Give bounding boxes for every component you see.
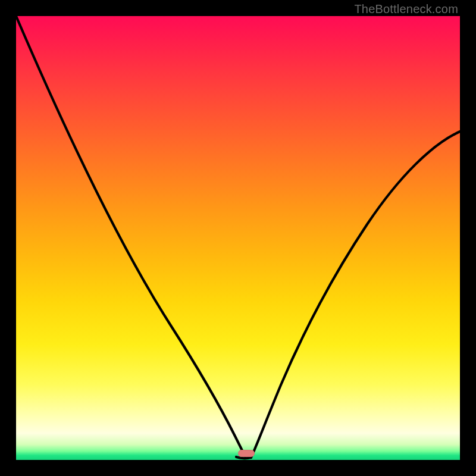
curve-left-branch: [16, 16, 245, 456]
plot-area: [16, 16, 460, 460]
optimum-marker: [238, 450, 255, 457]
bottleneck-curve: [16, 16, 460, 460]
attribution-text: TheBottleneck.com: [354, 2, 458, 16]
chart-frame: TheBottleneck.com: [0, 0, 476, 476]
curve-trough: [236, 457, 251, 458]
curve-right-branch: [251, 131, 460, 458]
